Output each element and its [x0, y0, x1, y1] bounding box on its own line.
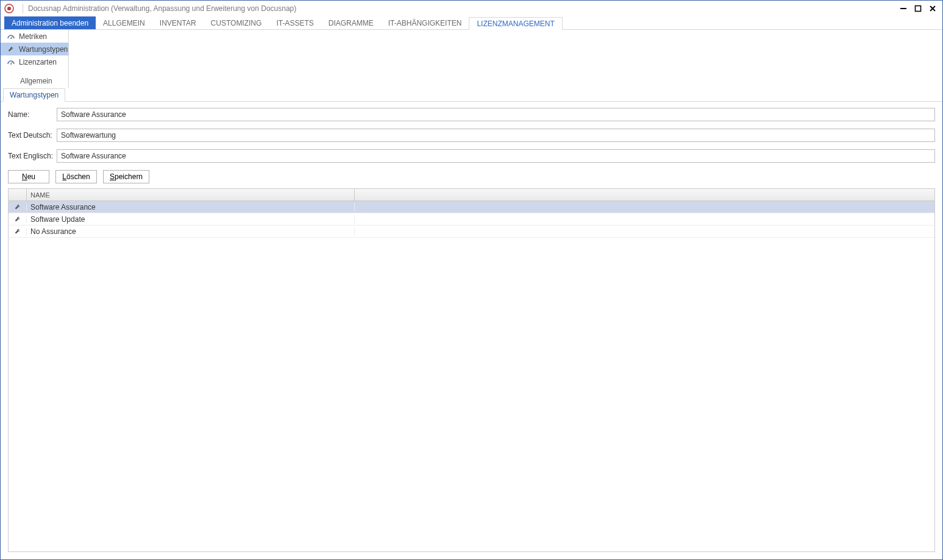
label-text-de: Text Deutsch: [8, 131, 57, 140]
svg-rect-3 [916, 6, 921, 12]
titlebar: Docusnap Administration (Verwaltung, Anp… [1, 1, 942, 16]
maximize-button[interactable] [911, 2, 925, 15]
gauge-icon [7, 58, 15, 66]
data-grid: NAME Software Assurance Software Update [8, 188, 935, 552]
sidebar-item-label: Metriken [19, 32, 47, 41]
sidebar-item-wartungstypen[interactable]: Wartungstypen [1, 43, 68, 55]
wrench-icon [9, 228, 27, 235]
new-button[interactable]: Neu [8, 170, 49, 183]
wrench-icon [9, 216, 27, 223]
wrench-icon [9, 204, 27, 211]
sidebar-item-lizenzarten[interactable]: Lizenzarten [1, 55, 68, 68]
grid-header: NAME [9, 189, 934, 201]
subtab-bar: Wartungstypen [1, 88, 942, 102]
gauge-icon [7, 32, 15, 41]
grid-header-icon-col[interactable] [9, 189, 27, 200]
svg-point-1 [7, 7, 11, 10]
grid-header-empty [355, 189, 934, 200]
form-area: Name: Text Deutsch: Text Englisch: Neu L… [1, 102, 942, 188]
save-button[interactable]: Speichern [103, 170, 149, 183]
app-window: Docusnap Administration (Verwaltung, Anp… [0, 0, 943, 560]
sidebar-item-label: Lizenzarten [19, 58, 57, 66]
app-icon [4, 4, 14, 13]
ribbon-tab-lizenzmanagement[interactable]: LIZENZMANAGEMENT [469, 17, 562, 30]
ribbon-tab-inventar[interactable]: INVENTAR [152, 16, 204, 29]
ribbon-tab-allgemein[interactable]: ALLGEMEIN [96, 16, 152, 29]
grid-cell-name: Software Assurance [27, 203, 355, 211]
grid-cell-name: Software Update [27, 215, 355, 224]
ribbon-tabs: Administration beenden ALLGEMEIN INVENTA… [1, 16, 942, 30]
input-text-en[interactable] [57, 149, 935, 163]
table-row[interactable]: Software Assurance [9, 201, 934, 213]
svg-rect-2 [900, 8, 906, 9]
close-button[interactable] [925, 2, 940, 15]
ribbon-tab-customizing[interactable]: CUSTOMIZING [204, 16, 269, 29]
titlebar-separator [23, 4, 23, 13]
table-row[interactable]: No Assurance [9, 225, 934, 238]
grid-body: Software Assurance Software Update No As… [9, 201, 934, 551]
grid-header-name[interactable]: NAME [27, 189, 355, 200]
ribbon-tab-it-assets[interactable]: IT-ASSETS [269, 16, 321, 29]
input-name[interactable] [57, 108, 935, 121]
sidebar-item-metriken[interactable]: Metriken [1, 30, 68, 43]
sidebar-group-label: Allgemein [1, 74, 68, 87]
label-name: Name: [8, 110, 57, 119]
grid-cell-name: No Assurance [27, 227, 355, 236]
delete-button[interactable]: Löschen [55, 170, 97, 183]
window-controls [896, 2, 940, 15]
wrench-icon [7, 45, 15, 54]
sidebar-item-label: Wartungstypen [19, 45, 68, 54]
window-title: Docusnap Administration (Verwaltung, Anp… [28, 4, 296, 13]
ribbon-tab-it-abhaengigkeiten[interactable]: IT-ABHÄNGIGKEITEN [381, 16, 469, 29]
ribbon-primary-button[interactable]: Administration beenden [4, 16, 96, 29]
label-text-en: Text Englisch: [8, 152, 57, 160]
input-text-de[interactable] [57, 129, 935, 142]
minimize-button[interactable] [896, 2, 911, 15]
table-row[interactable]: Software Update [9, 213, 934, 225]
subtab-wartungstypen[interactable]: Wartungstypen [3, 88, 65, 102]
sidebar: Metriken Wartungstypen Lizenzarten Allge… [1, 30, 69, 88]
ribbon-tab-diagramme[interactable]: DIAGRAMME [321, 16, 381, 29]
